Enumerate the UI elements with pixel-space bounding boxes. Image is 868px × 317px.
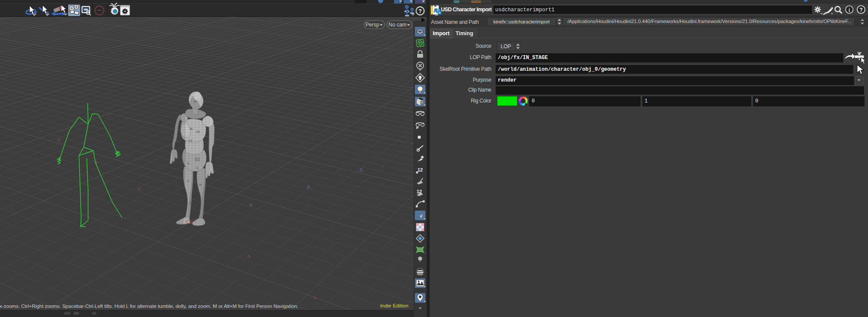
svg-text:12: 12	[417, 189, 422, 194]
svg-text:06: 06	[196, 130, 200, 134]
svg-text:K: K	[199, 183, 202, 187]
svg-text:U: U	[196, 166, 198, 169]
svg-text:13: 13	[188, 139, 192, 142]
svg-text:No cam: No cam	[388, 22, 406, 28]
svg-text:Indie Edition: Indie Edition	[380, 303, 408, 309]
svg-text:X: X	[187, 179, 189, 182]
svg-text:?: ?	[859, 7, 863, 13]
svg-text:12: 12	[418, 167, 423, 172]
svg-text:x-zooms. Ctrl+Right zooms. Spa: x-zooms. Ctrl+Right zooms. Spacebar-Ctrl…	[0, 303, 298, 309]
svg-text:?: ?	[418, 8, 422, 14]
svg-text:G: G	[187, 162, 190, 165]
svg-text:M: M	[190, 127, 193, 131]
svg-text:Persp: Persp	[365, 22, 379, 28]
svg-text:03: 03	[195, 157, 200, 162]
